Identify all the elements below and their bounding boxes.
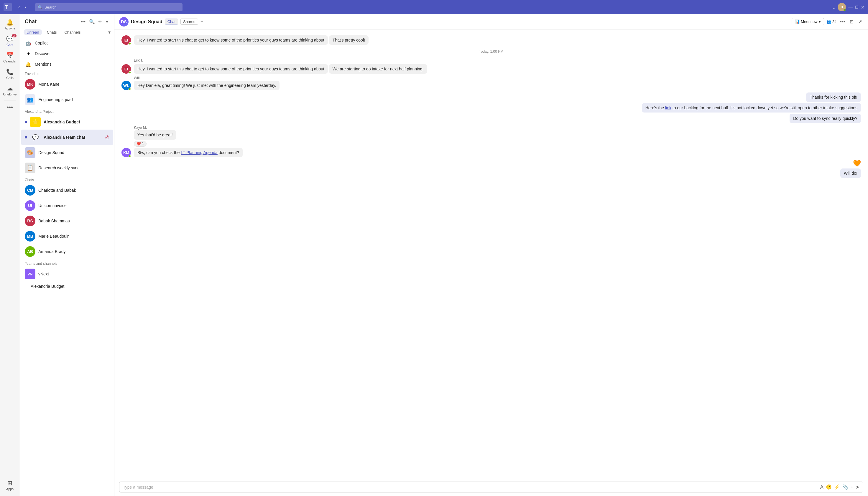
discover-icon: ✦ (25, 50, 32, 57)
marie-avatar: MB (25, 231, 35, 242)
message-row: EI Hey, I wanted to start this chat to g… (121, 34, 861, 45)
minimize-button[interactable]: — (848, 4, 853, 10)
titlebar: T ‹ › 🔍 ... D — □ ✕ (0, 0, 868, 14)
babak-avatar: BS (25, 216, 35, 226)
eric-content: Eric I. Hey, I wanted to start this chat… (134, 58, 427, 74)
meet-now-button[interactable]: 📊 Meet now ▾ (792, 18, 824, 25)
more-options-button[interactable]: ... (832, 4, 835, 10)
chat-more-button[interactable]: ••• (79, 18, 87, 26)
favorite-engineering[interactable]: 👥 Engineering squad (21, 92, 113, 107)
message-bubble: That's pretty cool! (329, 35, 369, 45)
unicorn-name: Unicorn invoice (38, 203, 66, 208)
engineering-content: Engineering squad (38, 97, 109, 102)
amanda-content: Amanda Brady (38, 249, 109, 254)
attach-button[interactable]: + (851, 484, 853, 490)
titlebar-right: ... D — □ ✕ (832, 3, 865, 11)
alexandria-budget-item[interactable]: ⭐ Alexandria Budget (21, 114, 113, 129)
reaction-chip[interactable]: ❤️ 1 (134, 141, 147, 147)
chat-header: DS Design Squad Chat Shared + 📊 Meet now… (115, 14, 868, 29)
alexandria-team-item[interactable]: 💬 Alexandria team chat @ (21, 129, 113, 145)
send-button[interactable]: ➤ (856, 484, 859, 490)
discover-item[interactable]: ✦ Discover (20, 48, 114, 59)
chat-search-button[interactable]: 🔍 (88, 18, 96, 26)
design-squad-content: Design Squad (38, 150, 109, 155)
marie-item[interactable]: MB Marie Beaudouin (21, 229, 113, 244)
will-content: Will L. Hey Daniela, great timing! We ju… (134, 76, 280, 90)
gif-button[interactable]: ⚡ (834, 484, 840, 490)
back-button[interactable]: ‹ (16, 3, 21, 11)
filter-channels[interactable]: Channels (62, 29, 84, 35)
search-input[interactable] (35, 3, 182, 11)
own-bubble3: Do you want to sync really quickly? (790, 114, 861, 123)
chat-header-title: Design Squad (131, 19, 163, 25)
discover-label: Discover (35, 51, 51, 56)
maximize-button[interactable]: □ (855, 4, 858, 10)
filter-chats[interactable]: Chats (44, 29, 60, 35)
chat-popout-button[interactable]: ⤢ (857, 18, 863, 26)
alex-budget-team-item[interactable]: Alexandria Budget (21, 282, 113, 291)
forward-button[interactable]: › (23, 3, 28, 11)
sidebar-item-apps[interactable]: ⊞ Apps (1, 477, 19, 493)
teams-logo: T (3, 3, 12, 11)
backlog-link[interactable]: link (665, 106, 671, 110)
chat-list-header: Chat ••• 🔍 ✏ ▾ (20, 14, 114, 28)
babak-item[interactable]: BS Babak Shammas (21, 213, 113, 229)
amanda-item[interactable]: AB Amanda Brady (21, 244, 113, 259)
design-squad-item[interactable]: 🎨 Design Squad (21, 145, 113, 160)
sidebar-icons: 🔔 Activity 💬 2 Chat 📅 Calendar 📞 Calls ☁… (0, 14, 20, 496)
mona-avatar: MK (25, 79, 35, 90)
emoji-button[interactable]: 🙂 (826, 484, 832, 490)
chat-filter-bar: Unread Chats Channels ▾ (20, 28, 114, 38)
close-button[interactable]: ✕ (860, 4, 865, 10)
message-row: WL Will L. Hey Daniela, great timing! We… (121, 76, 861, 90)
filter-unread[interactable]: Unread (24, 29, 42, 35)
copilot-item[interactable]: 🤖 Copilot (20, 38, 114, 48)
meet-now-chevron: ▾ (819, 19, 821, 24)
onedrive-label: OneDrive (3, 92, 16, 96)
sidebar-item-more[interactable]: ••• (1, 102, 19, 113)
add-tab-button[interactable]: + (200, 19, 203, 25)
bullet-indicator (25, 121, 27, 123)
research-sync-item[interactable]: 📋 Research weekly sync (21, 160, 113, 175)
will-sender: Will L. (134, 76, 280, 80)
message-input[interactable] (123, 485, 818, 490)
sidebar-item-activity[interactable]: 🔔 Activity (1, 16, 19, 32)
chat-header-actions: ••• 🔍 ✏ ▾ (79, 18, 109, 26)
mentions-item[interactable]: 🔔 Mentions (20, 59, 114, 69)
online-dot (129, 155, 131, 157)
chat-tab-button[interactable]: Chat (165, 18, 178, 25)
chat-expand-button[interactable]: ⊡ (849, 18, 855, 26)
alexandria-label: Alexandria Project (20, 107, 114, 114)
vnext-item[interactable]: vN vNext (21, 266, 113, 282)
user-avatar[interactable]: D (838, 3, 846, 11)
chats-label: Chats (20, 175, 114, 183)
lt-planning-link[interactable]: LT Planning Agenda (181, 150, 218, 155)
sidebar-item-calls[interactable]: 📞 Calls (1, 66, 19, 82)
charlotte-item[interactable]: CB Charlotte and Babak (21, 183, 113, 198)
calls-label: Calls (6, 76, 13, 79)
participants-button[interactable]: 👥 24 (826, 19, 836, 24)
chat-header-right: 📊 Meet now ▾ 👥 24 ••• ⊡ ⤢ (792, 18, 863, 26)
sticker-button[interactable]: 📎 (842, 484, 848, 490)
chat-dropdown-button[interactable]: ▾ (105, 18, 109, 26)
vnext-name: vNext (38, 272, 49, 276)
participants-icon: 👥 (826, 19, 831, 24)
sidebar-item-chat[interactable]: 💬 2 Chat (1, 33, 19, 49)
messages-area: EI Hey, I wanted to start this chat to g… (115, 29, 868, 478)
sidebar-item-onedrive[interactable]: ☁ OneDrive (1, 82, 19, 98)
chat-label: Chat (6, 43, 13, 47)
shared-tab-button[interactable]: Shared (180, 18, 198, 25)
new-chat-button[interactable]: ✏ (97, 18, 104, 26)
chat-more-options-button[interactable]: ••• (839, 18, 846, 26)
own-emoji: 🧡 (840, 160, 861, 167)
favorite-mona[interactable]: MK Mona Kane (21, 77, 113, 92)
chat-panel-title: Chat (25, 18, 77, 25)
sidebar-item-calendar[interactable]: 📅 Calendar (1, 49, 19, 65)
online-dot (129, 43, 131, 45)
engineering-avatar: 👥 (25, 94, 35, 105)
unicorn-item[interactable]: UI Unicorn invoice (21, 198, 113, 213)
filter-dropdown-button[interactable]: ▾ (108, 29, 110, 35)
babak-name: Babak Shammas (38, 219, 70, 223)
own-content3: Do you want to sync really quickly? (790, 114, 861, 123)
format-button[interactable]: A (820, 484, 823, 490)
